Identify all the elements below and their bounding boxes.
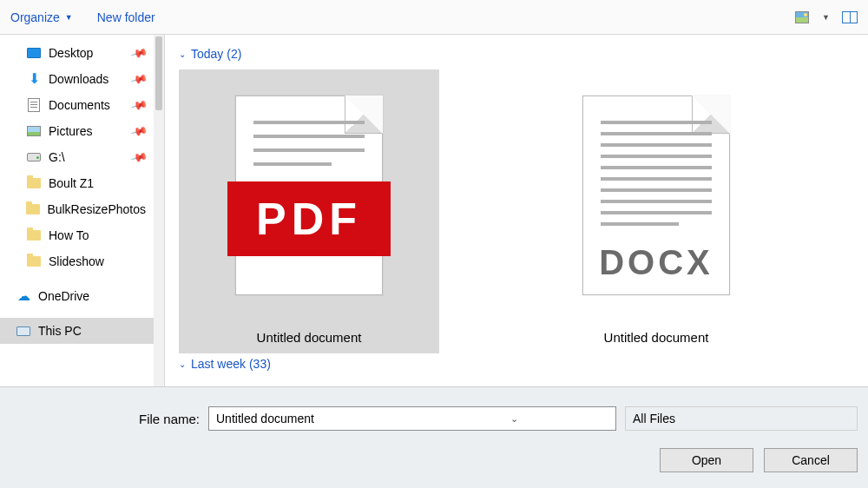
folder-icon bbox=[26, 176, 42, 190]
file-name: Untitled document bbox=[257, 330, 362, 353]
chevron-down-icon[interactable]: ⌄ bbox=[412, 413, 615, 425]
chevron-down-icon: ⌄ bbox=[179, 49, 186, 59]
sidebar-item-downloads[interactable]: ⬇ Downloads 📌 bbox=[0, 66, 155, 92]
sidebar-item-drive-g[interactable]: G:\ 📌 bbox=[0, 144, 155, 170]
pin-icon: 📌 bbox=[129, 96, 148, 115]
pdf-badge: PDF bbox=[227, 181, 391, 256]
group-label: Last week (33) bbox=[191, 357, 271, 371]
file-name: Untitled document bbox=[604, 330, 709, 353]
new-folder-button[interactable]: New folder bbox=[97, 10, 155, 24]
group-header-lastweek[interactable]: ⌄ Last week (33) bbox=[179, 357, 868, 371]
pin-icon: 📌 bbox=[129, 148, 148, 167]
view-thumbnails-icon[interactable] bbox=[794, 10, 810, 25]
group-label: Today (2) bbox=[191, 47, 241, 61]
desktop-icon bbox=[26, 46, 42, 60]
sidebar-item-folder[interactable]: Slideshow bbox=[0, 248, 155, 274]
drive-icon bbox=[26, 150, 42, 164]
filename-combobox[interactable]: Untitled document ⌄ bbox=[208, 406, 616, 431]
sidebar-item-label: G:\ bbox=[49, 150, 65, 164]
view-dropdown-icon[interactable]: ▼ bbox=[822, 13, 830, 22]
sidebar-item-folder[interactable]: How To bbox=[0, 222, 155, 248]
file-list: ⌄ Today (2) PDF Untitled document bbox=[165, 35, 868, 386]
organize-label: Organize bbox=[10, 10, 60, 24]
chevron-down-icon: ▼ bbox=[65, 13, 73, 22]
sidebar-item-label: BulkResizePhotos bbox=[47, 202, 146, 216]
sidebar-item-label: Pictures bbox=[49, 124, 93, 138]
sidebar-item-label: How To bbox=[49, 228, 89, 242]
sidebar-item-this-pc[interactable]: This PC bbox=[0, 318, 155, 344]
docx-badge: DOCX bbox=[583, 243, 729, 282]
document-icon bbox=[26, 98, 42, 112]
download-icon: ⬇ bbox=[26, 72, 42, 86]
toolbar: Organize ▼ New folder ▼ bbox=[0, 0, 868, 35]
docx-file-icon: DOCX bbox=[582, 96, 730, 295]
organize-menu[interactable]: Organize ▼ bbox=[10, 10, 73, 24]
pdf-file-icon: PDF bbox=[235, 96, 383, 295]
file-type-filter[interactable]: All Files bbox=[625, 406, 858, 431]
sidebar-item-label: Slideshow bbox=[49, 254, 104, 268]
filename-label: File name: bbox=[0, 412, 200, 426]
navigation-pane: Desktop 📌 ⬇ Downloads 📌 Documents 📌 Pict… bbox=[0, 35, 165, 386]
pictures-icon bbox=[26, 124, 42, 138]
sidebar-item-label: Downloads bbox=[49, 72, 108, 86]
folder-icon bbox=[26, 254, 42, 268]
file-item-pdf[interactable]: PDF Untitled document bbox=[179, 69, 439, 353]
file-item-docx[interactable]: DOCX Untitled document bbox=[526, 69, 786, 353]
folder-icon bbox=[26, 202, 40, 216]
pin-icon: 📌 bbox=[129, 122, 148, 141]
filename-value: Untitled document bbox=[209, 412, 412, 425]
sidebar-item-folder[interactable]: BulkResizePhotos bbox=[0, 196, 155, 222]
sidebar-item-pictures[interactable]: Pictures 📌 bbox=[0, 118, 155, 144]
pc-icon bbox=[16, 324, 31, 338]
sidebar-item-label: Boult Z1 bbox=[49, 176, 94, 190]
onedrive-icon: ☁ bbox=[16, 289, 31, 303]
sidebar-scrollbar[interactable] bbox=[154, 35, 164, 386]
folder-icon bbox=[26, 228, 42, 242]
group-header-today[interactable]: ⌄ Today (2) bbox=[179, 47, 868, 61]
sidebar-item-folder[interactable]: Boult Z1 bbox=[0, 170, 155, 196]
sidebar-item-label: Desktop bbox=[49, 46, 93, 60]
sidebar-item-label: Documents bbox=[49, 98, 110, 112]
pin-icon: 📌 bbox=[129, 70, 148, 89]
open-button[interactable]: Open bbox=[660, 448, 753, 472]
pin-icon: 📌 bbox=[129, 44, 148, 63]
sidebar-item-label: This PC bbox=[38, 324, 82, 338]
preview-pane-icon[interactable] bbox=[842, 10, 858, 25]
sidebar-item-onedrive[interactable]: ☁ OneDrive bbox=[0, 283, 155, 309]
cancel-button[interactable]: Cancel bbox=[764, 448, 858, 472]
chevron-down-icon: ⌄ bbox=[179, 359, 186, 369]
bottom-panel: File name: Untitled document ⌄ All Files… bbox=[0, 386, 868, 488]
sidebar-item-desktop[interactable]: Desktop 📌 bbox=[0, 40, 155, 66]
sidebar-item-label: OneDrive bbox=[38, 289, 89, 303]
sidebar-item-documents[interactable]: Documents 📌 bbox=[0, 92, 155, 118]
filter-value: All Files bbox=[633, 412, 675, 425]
